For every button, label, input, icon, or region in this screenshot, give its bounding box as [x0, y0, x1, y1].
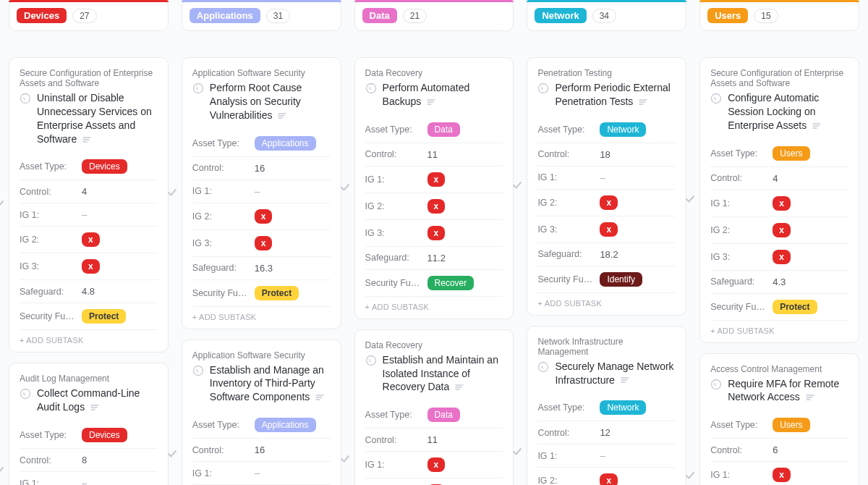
card-check-icon[interactable] [511, 445, 523, 459]
card-check-icon[interactable] [166, 186, 178, 200]
task-title[interactable]: Establish and Manage an Inventory of Thi… [210, 363, 331, 405]
description-icon [315, 391, 324, 405]
asset-type-pill[interactable]: Devices [82, 159, 127, 174]
field-label-ig2: IG 2: [365, 201, 420, 211]
field-label-ig2: IG 2: [537, 198, 592, 208]
description-icon [82, 133, 91, 147]
task-title[interactable]: Perform Automated Backups [383, 81, 503, 109]
card-check-icon[interactable] [0, 198, 5, 212]
task-card[interactable]: Data RecoveryPerform Automated Backups A… [354, 57, 514, 319]
column-header[interactable]: Users15 [699, 0, 859, 31]
task-card[interactable]: Secure Configuration of Enterprise Asset… [699, 57, 859, 343]
asset-type-pill[interactable]: Applications [255, 136, 316, 151]
card-check-icon[interactable] [684, 193, 696, 207]
card-check-icon[interactable] [511, 180, 523, 193]
column-count: 15 [754, 9, 778, 23]
add-subtask-button[interactable]: + ADD SUBTASK [20, 330, 158, 349]
field-label-asset: Asset Type: [537, 125, 592, 135]
field-label-ig2: IG 2: [537, 476, 592, 485]
task-card[interactable]: Data RecoveryEstablish and Maintain an I… [354, 329, 514, 485]
task-card[interactable]: Penetration TestingPerform Periodic Exte… [527, 57, 686, 316]
task-title[interactable]: Establish and Maintain an Isolated Insta… [383, 353, 503, 395]
asset-type-pill[interactable]: Network [600, 122, 646, 137]
description-icon [812, 119, 821, 133]
security-function-pill[interactable]: Recover [427, 276, 475, 290]
asset-type-pill[interactable]: Data [427, 122, 460, 137]
task-title[interactable]: Require MFA for Remote Network Access [728, 377, 848, 405]
column-label[interactable]: Devices [17, 8, 67, 23]
column-header[interactable]: Devices27 [9, 0, 169, 31]
task-icon [192, 83, 204, 96]
column-stripe [354, 0, 514, 2]
task-card[interactable]: Network Infrastructure ManagementSecurel… [527, 326, 686, 485]
add-subtask-button[interactable]: + ADD SUBTASK [192, 307, 331, 326]
column-label[interactable]: Applications [190, 8, 260, 23]
task-title[interactable]: Uninstall or Disable Unnecessary Service… [37, 91, 158, 146]
column-header[interactable]: Applications31 [182, 0, 341, 31]
asset-type-pill[interactable]: Devices [82, 428, 127, 442]
security-function-pill[interactable]: Identify [600, 272, 642, 287]
task-card[interactable]: Application Software SecurityPerform Roo… [182, 57, 341, 329]
ig-x-badge: x [600, 222, 618, 237]
column-count: 27 [72, 9, 96, 23]
task-title[interactable]: Perform Root Cause Analysis on Security … [210, 81, 331, 123]
column-header[interactable]: Network34 [527, 0, 686, 31]
svg-point-20 [366, 355, 375, 365]
ig-dash: – [255, 468, 260, 478]
field-label-ig1: IG 1: [710, 198, 765, 208]
column-label[interactable]: Data [362, 8, 397, 23]
description-icon [90, 401, 99, 415]
ig-x-badge: x [427, 199, 446, 214]
safeguard-value: 11.2 [427, 253, 446, 263]
ig-x-badge: x [82, 259, 100, 274]
safeguard-value: 4.8 [82, 286, 95, 297]
security-function-pill[interactable]: Protect [82, 309, 126, 324]
task-title[interactable]: Collect Command-Line Audit Logs [37, 387, 158, 415]
column-header[interactable]: Data21 [354, 0, 514, 31]
field-label-safeguard: Safeguard: [537, 249, 592, 259]
ig-dash: – [82, 478, 87, 485]
field-label-safeguard: Safeguard: [365, 253, 420, 263]
column-label[interactable]: Users [707, 8, 748, 23]
task-card[interactable]: Access Control ManagementRequire MFA for… [699, 353, 859, 485]
ig-x-badge: x [427, 457, 446, 472]
asset-type-pill[interactable]: Users [773, 146, 809, 161]
add-subtask-button[interactable]: + ADD SUBTASK [537, 293, 676, 312]
column-count: 34 [592, 9, 616, 23]
card-check-icon[interactable] [0, 465, 5, 478]
field-label-secfn: Security Fu… [192, 288, 247, 298]
field-label-asset: Asset Type: [537, 402, 592, 413]
column-data: Data21Data RecoveryPerform Automated Bac… [354, 0, 514, 485]
column-count: 21 [403, 9, 427, 23]
column-label[interactable]: Network [535, 8, 586, 23]
field-label-ig3: IG 3: [20, 261, 75, 271]
task-title[interactable]: Configure Automatic Session Locking on E… [728, 91, 848, 133]
task-category: Secure Configuration of Enterprise Asset… [20, 68, 158, 88]
add-subtask-button[interactable]: + ADD SUBTASK [365, 297, 503, 316]
task-category: Application Software Security [192, 68, 331, 78]
field-label-secfn: Security Fu… [365, 278, 420, 288]
ig-x-badge: x [82, 232, 100, 247]
task-card[interactable]: Audit Log ManagementCollect Command-Line… [9, 363, 169, 485]
field-label-ig3: IG 3: [710, 252, 765, 262]
asset-type-pill[interactable]: Users [773, 418, 809, 432]
card-check-icon[interactable] [166, 447, 178, 461]
control-value: 4 [773, 173, 778, 184]
add-subtask-button[interactable]: + ADD SUBTASK [710, 321, 848, 340]
field-label-asset: Asset Type: [710, 420, 765, 430]
field-label-asset: Asset Type: [365, 410, 420, 420]
security-function-pill[interactable]: Protect [255, 286, 299, 300]
task-card[interactable]: Secure Configuration of Enterprise Asset… [9, 57, 169, 353]
task-card[interactable]: Application Software SecurityEstablish a… [182, 340, 341, 485]
card-check-icon[interactable] [339, 181, 351, 195]
task-title[interactable]: Securely Manage Network Infrastructure [555, 360, 676, 388]
asset-type-pill[interactable]: Applications [255, 418, 316, 432]
card-check-icon[interactable] [684, 470, 696, 484]
security-function-pill[interactable]: Protect [773, 300, 817, 314]
asset-type-pill[interactable]: Data [427, 408, 460, 422]
card-check-icon[interactable] [339, 452, 351, 466]
asset-type-pill[interactable]: Network [600, 400, 646, 415]
task-category: Penetration Testing [537, 68, 676, 78]
task-title[interactable]: Perform Periodic External Penetration Te… [555, 81, 676, 109]
ig-x-badge: x [255, 209, 273, 224]
